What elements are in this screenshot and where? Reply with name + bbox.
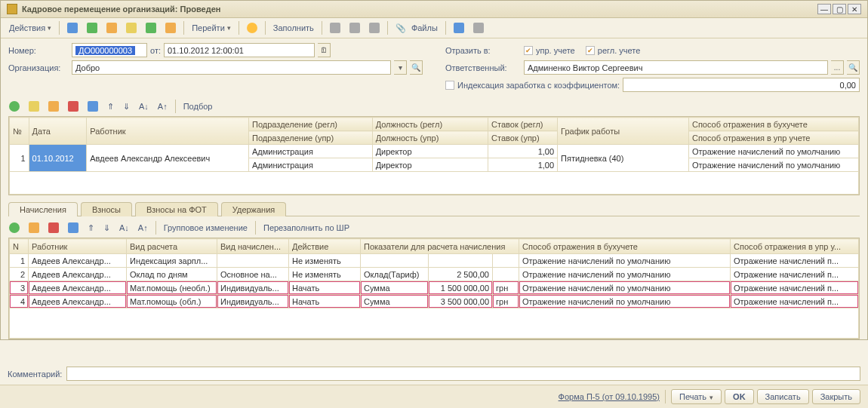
g2-h-upr[interactable]: Способ отражения в упр у... bbox=[731, 239, 859, 254]
resp-choose-button[interactable]: ... bbox=[831, 60, 844, 75]
minimize-button[interactable]: — bbox=[817, 4, 831, 14]
date-input[interactable]: 01.10.2012 12:00:01 bbox=[164, 43, 315, 57]
print-button[interactable]: Печать ▾ bbox=[671, 389, 722, 404]
index-input[interactable]: 0,00 bbox=[623, 78, 860, 92]
g1-h-n[interactable]: № bbox=[10, 118, 29, 145]
g2-up-icon[interactable]: ⇑ bbox=[84, 221, 98, 235]
grid2-toolbar: ⇑ ⇓ A↓ A↑ Групповое изменение Перезаполн… bbox=[1, 218, 867, 238]
g2-edit-icon[interactable] bbox=[25, 220, 43, 235]
g2-sort-asc-icon[interactable]: A↓ bbox=[115, 221, 133, 235]
regl-label: регл. учете bbox=[598, 46, 641, 55]
tabs: Начисления Взносы Взносы на ФОТ Удержани… bbox=[8, 201, 860, 216]
grid1-toolbar: ⇑ ⇓ A↓ A↑ Подбор bbox=[1, 97, 867, 116]
g2-refresh-icon[interactable] bbox=[64, 220, 82, 235]
org-dropdown-button[interactable]: ▾ bbox=[394, 60, 407, 75]
fill-button[interactable]: Заполнить bbox=[269, 21, 318, 35]
table-row[interactable]: 2Авдеев Александр...Оклад по днямОсновно… bbox=[10, 268, 859, 281]
g1-sort-asc-icon[interactable]: A↓ bbox=[135, 100, 152, 113]
tab-contributions[interactable]: Взносы bbox=[81, 202, 132, 216]
g1-refresh-icon[interactable] bbox=[84, 99, 102, 114]
org-label: Организация: bbox=[8, 63, 69, 72]
g1-h-buh[interactable]: Способ отражения в бухучете bbox=[688, 118, 858, 131]
g1-podbor-button[interactable]: Подбор bbox=[180, 100, 217, 113]
number-input[interactable]: ДО000000003 bbox=[72, 43, 147, 57]
resp-search-button[interactable]: 🔍 bbox=[847, 60, 860, 75]
g2-h-n[interactable]: N bbox=[10, 239, 29, 254]
g1-up-icon[interactable]: ⇑ bbox=[103, 100, 118, 114]
date-picker-button[interactable]: 🗓 bbox=[318, 43, 331, 57]
grid-employees[interactable]: № Дата Работник Подразделение (регл) Дол… bbox=[8, 116, 860, 195]
tb-icon-6[interactable] bbox=[162, 20, 180, 35]
g2-h-pokaz[interactable]: Показатели для расчета начисления bbox=[361, 239, 519, 254]
g1-h-date[interactable]: Дата bbox=[29, 118, 87, 145]
tb-icon-10[interactable] bbox=[450, 20, 468, 35]
g1-h-dolzh-regl[interactable]: Должность (регл) bbox=[372, 118, 488, 131]
regl-checkbox[interactable]: ✔ bbox=[586, 46, 595, 55]
form-link[interactable]: Форма П-5 (от 09.10.1995) bbox=[559, 392, 660, 401]
g1-edit-icon[interactable] bbox=[45, 99, 63, 114]
g1-h-worker[interactable]: Работник bbox=[87, 118, 249, 145]
actions-menu[interactable]: Действия▾ bbox=[5, 21, 55, 35]
g2-group-button[interactable]: Групповое изменение bbox=[160, 221, 251, 235]
tb-icon-9[interactable] bbox=[365, 20, 383, 35]
resp-input[interactable]: Админенко Виктор Сергеевич bbox=[524, 60, 828, 75]
table-row[interactable]: 1 01.10.2012 Авдеев Александр Алексеевич… bbox=[10, 145, 859, 158]
g1-delete-icon[interactable] bbox=[64, 99, 82, 114]
g1-clone-icon[interactable] bbox=[25, 99, 43, 114]
save-button[interactable]: Записать bbox=[757, 389, 809, 404]
titlebar: Кадровое перемещение организаций: Провед… bbox=[1, 1, 867, 18]
g1-add-icon[interactable] bbox=[5, 99, 23, 114]
grid-accruals[interactable]: N Работник Вид расчета Вид начислен... Д… bbox=[8, 238, 860, 339]
tb-icon-11[interactable] bbox=[469, 20, 488, 35]
g2-h-vn[interactable]: Вид начислен... bbox=[217, 239, 289, 254]
files-button[interactable]: 📎 Файлы bbox=[392, 21, 442, 35]
g1-h-podr-regl[interactable]: Подразделение (регл) bbox=[249, 118, 373, 131]
close-button-bottom[interactable]: Закрыть bbox=[812, 389, 860, 404]
tb-icon-7[interactable] bbox=[326, 20, 344, 35]
window-icon bbox=[7, 4, 17, 14]
g2-add-icon[interactable] bbox=[5, 220, 23, 235]
tab-deductions[interactable]: Удержания bbox=[221, 202, 286, 216]
reflect-label: Отразить в: bbox=[445, 46, 521, 55]
help-icon[interactable] bbox=[243, 20, 261, 35]
g1-h-upr[interactable]: Способ отражения в упр учете bbox=[688, 131, 858, 145]
g2-delete-icon[interactable] bbox=[45, 220, 63, 235]
table-row[interactable]: 4Авдеев Александр...Мат.помощь (обл.)Инд… bbox=[10, 295, 859, 308]
bottom-bar: Форма П-5 (от 09.10.1995) Печать ▾ OK За… bbox=[0, 385, 868, 408]
tab-fot[interactable]: Взносы на ФОТ bbox=[135, 202, 218, 216]
tb-icon-8[interactable] bbox=[346, 20, 364, 35]
tb-icon-3[interactable] bbox=[103, 20, 121, 35]
g1-sort-desc-icon[interactable]: A↑ bbox=[154, 100, 171, 113]
g1-h-grafik[interactable]: График работы bbox=[558, 118, 689, 145]
table-row[interactable]: 1Авдеев Александр...Индексация зарпл...Н… bbox=[10, 254, 859, 268]
g2-h-worker[interactable]: Работник bbox=[29, 239, 127, 254]
upr-checkbox[interactable]: ✔ bbox=[524, 46, 533, 55]
g2-h-vr[interactable]: Вид расчета bbox=[127, 239, 217, 254]
maximize-button[interactable]: ▢ bbox=[833, 4, 846, 14]
tb-icon-4[interactable] bbox=[122, 20, 140, 35]
g2-refill-button[interactable]: Перезаполнить по ШР bbox=[260, 221, 353, 235]
tb-icon-5[interactable] bbox=[142, 20, 160, 35]
g1-h-podr-upr[interactable]: Подразделение (упр) bbox=[249, 131, 373, 145]
tb-icon-1[interactable] bbox=[63, 20, 82, 35]
g1-h-stavok-upr[interactable]: Ставок (упр) bbox=[488, 131, 558, 145]
ot-label: от: bbox=[150, 46, 161, 55]
table-row[interactable]: 3Авдеев Александр...Мат.помощь (необл.)И… bbox=[10, 281, 859, 295]
org-input[interactable]: Добро bbox=[72, 60, 391, 75]
g1-h-stavok-regl[interactable]: Ставок (регл) bbox=[488, 118, 558, 131]
g2-h-buh[interactable]: Способ отражения в бухучете bbox=[519, 239, 731, 254]
close-button[interactable]: ✕ bbox=[848, 4, 861, 14]
g2-h-act[interactable]: Действие bbox=[289, 239, 361, 254]
org-search-button[interactable]: 🔍 bbox=[410, 60, 423, 75]
go-menu[interactable]: Перейти▾ bbox=[188, 21, 235, 35]
tab-accruals[interactable]: Начисления bbox=[8, 202, 78, 216]
tb-icon-2[interactable] bbox=[83, 20, 101, 35]
window-title: Кадровое перемещение организаций: Провед… bbox=[22, 5, 813, 14]
comment-input[interactable] bbox=[66, 367, 860, 381]
g2-down-icon[interactable]: ⇓ bbox=[100, 221, 114, 235]
g1-h-dolzh-upr[interactable]: Должность (упр) bbox=[372, 131, 488, 145]
index-checkbox[interactable] bbox=[445, 81, 454, 90]
ok-button[interactable]: OK bbox=[725, 389, 754, 404]
g2-sort-desc-icon[interactable]: A↑ bbox=[134, 221, 152, 235]
g1-down-icon[interactable]: ⇓ bbox=[119, 100, 134, 114]
